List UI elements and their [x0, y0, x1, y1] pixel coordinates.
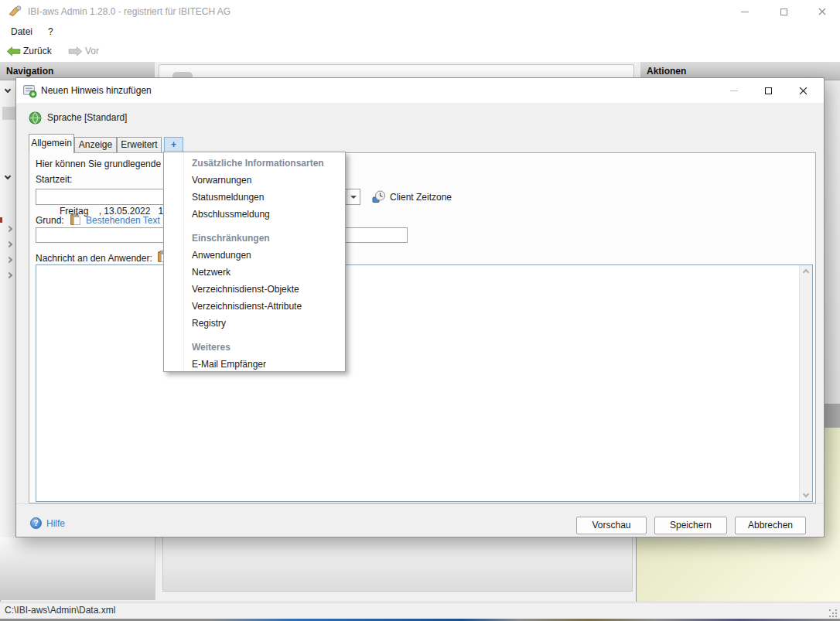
- dialog-close-icon[interactable]: [786, 78, 821, 104]
- maximize-icon[interactable]: [766, 0, 801, 23]
- statusbar: C:\IBI-aws\Admin\Data.xml: [0, 602, 840, 619]
- help-icon[interactable]: ?: [30, 517, 42, 529]
- menu-item-registry[interactable]: Registry: [164, 315, 345, 332]
- tree-expander-icon[interactable]: [5, 87, 10, 92]
- dialog-add-hint: Neuen Hinweis hinzufügen Sprache [Standa…: [15, 77, 825, 537]
- menu-item-statusmeldungen[interactable]: Statusmeldungen: [164, 189, 345, 206]
- language-label: Sprache [Standard]: [47, 111, 127, 125]
- dialog-footer: ? Hilfe Vorschau Speichern Abbrechen: [16, 503, 824, 537]
- textarea-scrollbar[interactable]: [799, 265, 812, 501]
- statusbar-path: C:\IBI-aws\Admin\Data.xml: [5, 605, 115, 616]
- startzeit-label: Startzeit:: [36, 174, 72, 185]
- grund-label: Grund:: [36, 215, 64, 226]
- abbrechen-button[interactable]: Abbrechen: [735, 517, 806, 534]
- menu-item-verzeichnisdienst-objekte[interactable]: Verzeichnisdienst-Objekte: [164, 281, 345, 298]
- content-panel-bottom: [162, 537, 633, 592]
- menu-item-anwendungen[interactable]: Anwendungen: [164, 247, 345, 264]
- navigation-tree-strip: [0, 80, 15, 537]
- dialog-title: Neuen Hinweis hinzufügen: [41, 78, 152, 104]
- menu-item-abschlussmeldung[interactable]: Abschlussmeldung: [164, 206, 345, 223]
- menu-header-einschraenkungen: Einschränkungen: [164, 230, 345, 247]
- scroll-down-icon[interactable]: [803, 491, 809, 497]
- tree-collapsed-icon[interactable]: [7, 273, 12, 278]
- forward-button[interactable]: Vor: [85, 40, 99, 62]
- client-timezone-label[interactable]: Client Zeitzone: [390, 192, 452, 203]
- paste-icon[interactable]: [70, 213, 80, 227]
- help-link[interactable]: Hilfe: [46, 518, 65, 529]
- right-scrollbar-thumb[interactable]: [825, 404, 840, 428]
- menu-header-weiteres: Weiteres: [164, 339, 345, 356]
- tab-erweitert[interactable]: Erweitert: [117, 137, 162, 153]
- tree-expander-icon[interactable]: [5, 174, 10, 179]
- main-window: IBI-aws Admin 1.28.0 - registriert für I…: [0, 0, 840, 621]
- right-scrollbar-track[interactable]: [825, 80, 840, 404]
- dialog-maximize-icon[interactable]: [751, 78, 786, 104]
- app-icon: [8, 5, 22, 21]
- message-label: Nachricht an den Anwender:: [36, 253, 152, 264]
- speichern-button[interactable]: Speichern: [654, 517, 727, 534]
- dialog-titlebar: Neuen Hinweis hinzufügen: [16, 78, 824, 104]
- globe-icon: [29, 111, 42, 127]
- resize-grip-icon[interactable]: [829, 609, 831, 611]
- vorschau-button[interactable]: Vorschau: [576, 517, 647, 534]
- toolbar: Zurück Vor: [0, 40, 840, 62]
- menubar: Datei ?: [0, 23, 840, 40]
- minimize-icon[interactable]: [727, 0, 763, 23]
- back-arrow-icon: [6, 46, 21, 59]
- menu-header-informationsarten: Zusätzliche Informationsarten: [164, 155, 345, 172]
- chevron-down-icon[interactable]: [347, 189, 360, 204]
- tree-collapsed-icon[interactable]: [7, 242, 12, 247]
- tab-allgemein[interactable]: Allgemein: [29, 134, 74, 153]
- add-tab-button[interactable]: +: [164, 137, 183, 153]
- tree-collapsed-icon[interactable]: [7, 258, 12, 262]
- back-button[interactable]: Zurück: [23, 40, 52, 62]
- menu-item-email-empfaenger[interactable]: E-Mail Empfänger: [164, 356, 345, 372]
- aktionen-note-panel-sliver: [825, 428, 840, 537]
- tree-node-fragment[interactable]: [2, 107, 15, 120]
- reuse-text-link[interactable]: Bestehenden Text üb: [86, 215, 173, 226]
- dialog-minimize-icon[interactable]: [716, 78, 751, 104]
- menu-datei[interactable]: Datei: [11, 23, 32, 40]
- forward-arrow-icon: [68, 46, 83, 59]
- window-title: IBI-aws Admin 1.28.0 - registriert für I…: [28, 0, 230, 23]
- aktionen-note-panel: [636, 537, 840, 602]
- menu-item-netzwerk[interactable]: Netzwerk: [164, 264, 345, 281]
- tree-collapsed-icon[interactable]: [7, 227, 12, 231]
- menu-help[interactable]: ?: [48, 23, 53, 40]
- intro-text: Hier können Sie grundlegende Ei: [36, 159, 172, 169]
- tree-marker: [0, 217, 2, 223]
- navigation-panel-bottom: [0, 537, 155, 600]
- add-hint-icon: [22, 84, 37, 101]
- client-timezone-icon: [372, 190, 386, 206]
- tab-anzeige[interactable]: Anzeige: [74, 137, 117, 153]
- scroll-up-icon[interactable]: [803, 269, 809, 275]
- menu-item-vorwarnungen[interactable]: Vorwarnungen: [164, 172, 345, 189]
- message-textarea[interactable]: [36, 264, 813, 502]
- titlebar: IBI-aws Admin 1.28.0 - registriert für I…: [0, 0, 840, 23]
- add-information-menu: Zusätzliche Informationsarten Vorwarnung…: [163, 152, 346, 372]
- menu-item-verzeichnisdienst-attribute[interactable]: Verzeichnisdienst-Attribute: [164, 298, 345, 315]
- close-icon[interactable]: [804, 0, 840, 23]
